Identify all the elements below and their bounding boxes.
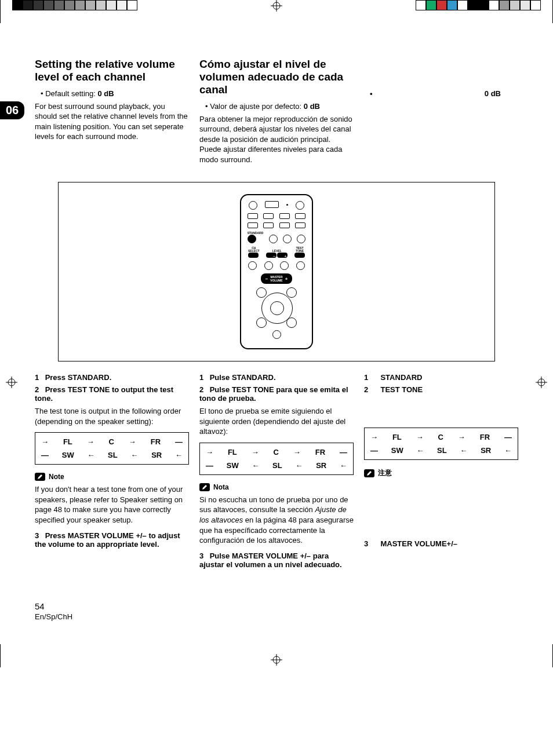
step1-en: 1 Press STANDARD. [35,373,189,382]
master-volume-control: −MASTER VOLUME+ [261,273,293,284]
default-setting-es: • Valor de ajuste por defecto: 0 dB [199,102,354,111]
step1-zh: 1 STANDARD [364,373,518,382]
default-setting-zh: • 0 dB [364,89,518,98]
intro-es: Para obtener la mejor reproducción de so… [199,114,354,165]
pencil-icon [364,469,374,477]
registration-mark-bottom [271,654,282,667]
step2-body-es: El tono de prueba se emite siguiendo el … [199,406,354,437]
column-spanish-steps: 1 Pulse STANDARD. 2 Pulse TEST TONE para… [199,373,354,572]
color-swatches-left [12,0,137,10]
step2-en: 2 Press TEST TONE to output the test ton… [35,385,189,403]
step3-zh: 3 MASTER VOLUME+/– [364,539,518,548]
default-setting-en: • Default setting: 0 dB [35,89,189,98]
pencil-icon [35,473,45,481]
bottom-crop-bar [0,644,553,667]
column-english: Setting the relative volume level of eac… [35,58,189,170]
step2-zh: 2 TEST TONE [364,385,518,394]
step3-es: 3 Pulse MASTER VOLUME +/– para ajustar e… [199,552,354,569]
label-test-tone: TEST TONE [294,247,305,253]
column-chinese-steps: 1 STANDARD 2 TEST TONE → FL → C → FR — —… [364,373,518,572]
page-number: 54 [35,601,518,611]
section-title-en: Setting the relative volume level of eac… [35,58,189,83]
top-crop-bar [0,0,553,23]
flow-diagram-es: → FL → C → FR — — SW ← SL ← SR ← [199,443,354,475]
dpad [256,287,297,328]
pencil-icon [199,483,210,491]
section-title-es: Cómo ajustar el nivel de volumen adecuad… [199,58,354,96]
column-spanish: Cómo ajustar el nivel de volumen adecuad… [199,58,354,170]
step2-es: 2 Pulse TEST TONE para que se emita el t… [199,385,354,403]
step1-es: 1 Pulse STANDARD. [199,373,354,382]
page-footer: 54 En/Sp/ChH [35,601,518,621]
flow-diagram-zh: → FL → C → FR — — SW ← SL ← SR ← [364,428,518,460]
note-heading-zh: 注意 [364,468,518,478]
note-heading-en: Note [35,473,189,481]
chapter-number-tab: 06 [0,101,24,119]
color-swatches-right [416,0,541,10]
intro-en: For best surround sound playback, you sh… [35,101,189,142]
registration-mark-top [271,0,282,13]
registration-mark-left [6,377,17,390]
flow-diagram-en: → FL → C → FR — — SW ← SL ← SR ← [35,432,189,465]
column-english-steps: 1 Press STANDARD. 2 Press TEST TONE to o… [35,373,189,572]
remote-control-illustration: STANDARD CH SELECT LEVEL TEST TONE −MAST… [240,194,313,349]
remote-figure: STANDARD CH SELECT LEVEL TEST TONE −MAST… [58,182,495,361]
label-ch-select: CH SELECT [248,247,260,253]
step3-en: 3 Press MASTER VOLUME +/– to adjust the … [35,531,189,549]
registration-mark-right [536,377,547,390]
note-body-en: If you don't hear a test tone from one o… [35,484,189,525]
label-standard: STANDARD [248,232,264,235]
column-chinese: • 0 dB [364,58,518,170]
footer-languages: En/Sp/ChH [35,612,72,621]
note-heading-es: Nota [199,483,354,491]
step2-body-en: The test tone is output in the following… [35,406,189,426]
note-body-es: Si no escucha un tono de prueba por uno … [199,495,354,546]
